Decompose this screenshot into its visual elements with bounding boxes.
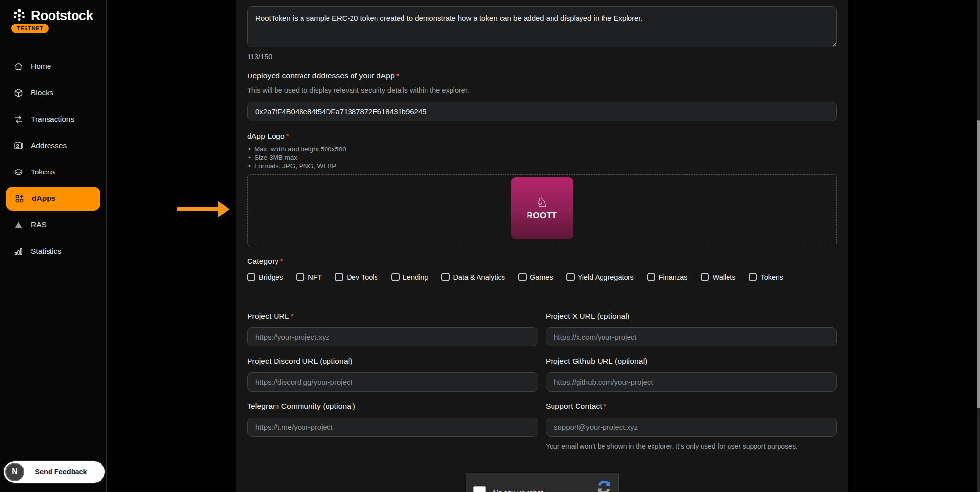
ras-icon: [13, 220, 24, 230]
logo-rules-list: Max. width and height 500x500 Size 3MB m…: [247, 145, 837, 170]
logo-rule: Max. width and height 500x500: [247, 145, 837, 153]
token-symbol: ROOTT: [527, 211, 557, 221]
sidebar-item-label: Statistics: [31, 247, 61, 256]
logo-dropzone[interactable]: ♘ ROOTT: [247, 174, 837, 246]
contract-address-label: Deployed contract dddresses of your dApp…: [247, 72, 837, 80]
scrollbar-track[interactable]: [977, 0, 980, 492]
sidebar-item-label: RAS: [31, 221, 47, 229]
recaptcha-logo-icon: [596, 479, 612, 492]
contract-address-helper: This will be used to display relevant se…: [247, 86, 837, 94]
recaptcha-checkbox[interactable]: [473, 486, 486, 492]
category-options: Bridges NFT Dev Tools Lending Data & Ana…: [247, 273, 837, 281]
project-github-url-input[interactable]: [546, 372, 837, 392]
addresses-icon: [13, 141, 24, 151]
feedback-label: Send Feedback: [24, 468, 98, 476]
recaptcha-label: No soy un robot: [493, 489, 543, 492]
transactions-icon: [13, 114, 24, 124]
home-icon: [13, 61, 24, 72]
recaptcha-row: No soy un robot: [247, 473, 837, 492]
sidebar-item-tokens[interactable]: Tokens: [0, 159, 106, 185]
logo-rule: Size 3MB max: [247, 153, 837, 162]
category-option-data-analytics: Data & Analytics: [441, 273, 505, 281]
dapp-description-textarea[interactable]: RootToken is a sample ERC-20 token creat…: [247, 6, 837, 47]
page: Rootstock TESTNET Home Blocks: [0, 0, 980, 492]
brand-name: Rootstock: [31, 8, 93, 24]
scrollbar-thumb[interactable]: [977, 120, 980, 408]
token-knight-icon: ♘: [536, 196, 548, 209]
blocks-icon: [13, 88, 24, 98]
project-url-field: Project URL*: [247, 312, 538, 346]
category-checkbox[interactable]: [441, 273, 450, 281]
recaptcha-widget: No soy un robot: [466, 473, 619, 492]
sidebar-item-dapps-pill: dApps: [6, 187, 100, 211]
category-option-lending: Lending: [391, 273, 428, 281]
dapp-logo-label: dApp Logo*: [247, 132, 837, 141]
sidebar-item-transactions[interactable]: Transactions: [0, 106, 106, 132]
sidebar-item-statistics[interactable]: Statistics: [0, 238, 106, 265]
statistics-icon: [13, 246, 24, 257]
required-asterisk: *: [286, 132, 289, 140]
category-checkbox[interactable]: [296, 273, 304, 281]
category-checkbox[interactable]: [749, 273, 757, 281]
sidebar-item-label: dApps: [32, 194, 55, 203]
contract-address-input[interactable]: [247, 102, 837, 121]
character-counter: 113/150: [247, 53, 837, 61]
sidebar-item-dapps[interactable]: dApps: [0, 185, 106, 212]
sidebar-item-label: Transactions: [31, 115, 74, 123]
annotation-arrow-icon: [177, 201, 230, 217]
category-option-wallets: Wallets: [701, 273, 735, 281]
url-fields-grid: Project URL* Project X URL (optional) Pr…: [247, 312, 837, 450]
testnet-badge: TESTNET: [11, 24, 49, 33]
category-checkbox[interactable]: [391, 273, 400, 281]
sidebar-item-label: Blocks: [31, 88, 53, 97]
feedback-avatar: N: [5, 463, 24, 481]
brand: Rootstock: [11, 6, 93, 25]
category-option-games: Games: [518, 273, 553, 281]
project-discord-url-field: Project Discord URL (optional): [247, 357, 538, 392]
rootstock-logo-icon: [11, 6, 27, 25]
category-label: Category*: [247, 257, 837, 266]
telegram-community-field: Telegram Community (optional): [247, 402, 538, 450]
sidebar-item-blocks[interactable]: Blocks: [0, 79, 106, 106]
tokens-icon: [13, 167, 24, 177]
category-option-nft: NFT: [296, 273, 322, 281]
category-checkbox[interactable]: [247, 273, 255, 281]
telegram-community-input[interactable]: [247, 418, 538, 437]
required-asterisk: *: [291, 312, 294, 320]
sidebar-item-addresses[interactable]: Addresses: [0, 132, 106, 159]
category-option-dev-tools: Dev Tools: [335, 273, 377, 281]
support-contact-note: Your email won't be shown in the explore…: [546, 443, 837, 450]
required-asterisk: *: [603, 402, 606, 410]
category-checkbox[interactable]: [647, 273, 655, 281]
send-feedback-button[interactable]: N Send Feedback: [4, 461, 105, 483]
sidebar-item-ras[interactable]: RAS: [0, 212, 106, 238]
project-x-url-input[interactable]: [546, 327, 837, 346]
category-checkbox[interactable]: [335, 273, 343, 281]
category-option-finanzas: Finanzas: [647, 273, 688, 281]
sidebar-item-home[interactable]: Home: [0, 53, 106, 79]
category-option-yield-aggregators: Yield Aggregators: [566, 273, 634, 281]
sidebar-item-label: Tokens: [31, 168, 55, 176]
support-contact-field: Support Contact* Your email won't be sho…: [546, 402, 837, 450]
logo-preview-tile: ♘ ROOTT: [511, 177, 573, 239]
support-contact-input[interactable]: [546, 418, 837, 437]
category-checkbox[interactable]: [701, 273, 709, 281]
category-option-bridges: Bridges: [247, 273, 283, 281]
logo-rule: Formats: JPG, PNG, WEBP: [247, 162, 837, 170]
sidebar-item-label: Home: [31, 62, 51, 71]
category-checkbox[interactable]: [566, 273, 575, 281]
project-github-url-field: Project Github URL (optional): [546, 357, 837, 392]
sidebar-nav: Home Blocks Transactions: [0, 53, 106, 265]
category-checkbox[interactable]: [518, 273, 527, 281]
project-x-url-field: Project X URL (optional): [546, 312, 837, 346]
required-asterisk: *: [280, 257, 283, 265]
project-discord-url-input[interactable]: [247, 372, 538, 392]
sidebar-item-label: Addresses: [31, 141, 67, 150]
sidebar: Rootstock TESTNET Home Blocks: [0, 0, 107, 492]
category-option-tokens: Tokens: [749, 273, 783, 281]
project-url-input[interactable]: [247, 327, 538, 346]
dapp-form-panel: RootToken is a sample ERC-20 token creat…: [236, 0, 848, 492]
dapps-icon: [14, 194, 25, 204]
required-asterisk: *: [396, 72, 399, 80]
